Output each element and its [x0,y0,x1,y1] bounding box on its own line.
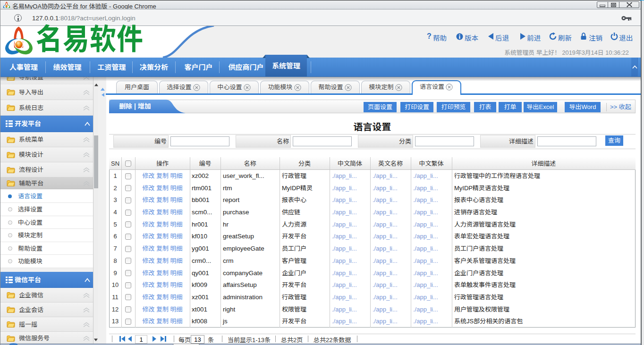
svg-text:i: i [18,42,20,47]
